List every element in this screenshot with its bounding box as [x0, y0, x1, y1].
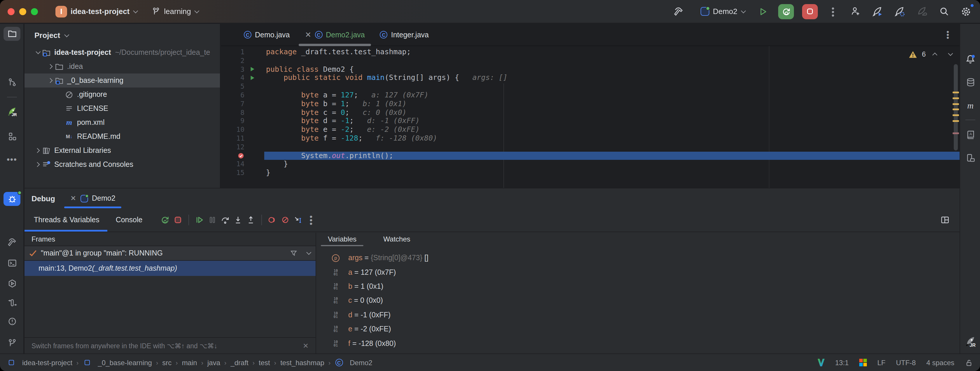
breakpoint-icon[interactable]: [221, 152, 244, 159]
chevron-right-icon[interactable]: [35, 162, 40, 167]
search-everywhere-button[interactable]: [937, 4, 951, 18]
caret-position[interactable]: 13:1: [835, 358, 849, 367]
tab-demo-java[interactable]: C Demo.java: [236, 24, 298, 46]
jrebel-remote-button[interactable]: [915, 4, 929, 18]
view-breakpoints-button[interactable]: [266, 213, 279, 226]
device-manager-button[interactable]: [963, 151, 978, 165]
code-editor[interactable]: 1package _draft.test.test_hashmap;23publ…: [221, 46, 959, 188]
inspections-widget[interactable]: 6: [909, 50, 951, 58]
variable-row-f[interactable]: 1001f = -128 (0x80): [316, 336, 959, 350]
line-separator[interactable]: LF: [877, 358, 886, 367]
close-window-button[interactable]: [8, 8, 14, 15]
project-toolwindow-button[interactable]: [3, 27, 21, 41]
rerun-debug-button[interactable]: [778, 4, 794, 19]
variable-row-b[interactable]: 1001b = 1 (0x1): [316, 279, 959, 294]
breadcrumb--0-base-learning[interactable]: _0_base-learning: [83, 358, 152, 367]
run-configuration-widget[interactable]: Demo2: [697, 5, 748, 18]
gutter[interactable]: 1: [221, 48, 264, 57]
more-toolwindows-button[interactable]: •••: [3, 152, 21, 166]
jrebel-toolwindow-button[interactable]: JR: [3, 104, 21, 118]
tree-item-pom-xml[interactable]: mpom.xml: [24, 116, 220, 129]
jrebel-debug-button[interactable]: [892, 4, 907, 18]
chevron-right-icon[interactable]: [48, 78, 53, 83]
editor-scrollbar[interactable]: [954, 64, 958, 151]
run-to-cursor-button[interactable]: [292, 213, 304, 226]
build-hammer-button[interactable]: [671, 4, 686, 18]
more-actions-button[interactable]: •••: [826, 4, 840, 18]
jrebel-run-button[interactable]: [870, 4, 885, 18]
jrebel-status-button[interactable]: JR: [963, 334, 978, 348]
step-into-button[interactable]: [232, 213, 244, 226]
gutter[interactable]: 6: [221, 91, 264, 100]
breadcrumb--draft[interactable]: _draft: [231, 358, 248, 367]
warning-stripe-mark[interactable]: [953, 97, 959, 99]
file-encoding[interactable]: UTF-8: [896, 358, 916, 367]
gutter[interactable]: 3: [221, 65, 264, 74]
prev-problem-button[interactable]: [932, 53, 937, 57]
endpoints-toolwindow-button[interactable]: [3, 296, 21, 310]
stop-button[interactable]: [802, 4, 818, 19]
breadcrumb-main[interactable]: main: [182, 358, 197, 367]
commit-toolwindow-button[interactable]: [3, 75, 21, 89]
services-toolwindow-button[interactable]: [3, 277, 21, 290]
variable-row-a[interactable]: 1001a = 127 (0x7F): [316, 265, 959, 279]
problems-toolwindow-button[interactable]: [3, 314, 21, 328]
warning-stripe-mark[interactable]: [953, 120, 959, 122]
tab-integer-java[interactable]: C Integer.java: [372, 24, 436, 46]
resume-button[interactable]: [193, 213, 206, 226]
close-icon[interactable]: ✕: [70, 194, 76, 202]
project-panel-header[interactable]: Project: [24, 24, 220, 46]
maven-button[interactable]: m: [963, 99, 978, 113]
tree-item-idea-test-project[interactable]: idea-test-project~/Documents/project_ide…: [24, 46, 220, 59]
vcs-branch-widget[interactable]: learning: [148, 5, 202, 18]
variable-row-c[interactable]: 1001c = 0 (0x0): [316, 293, 959, 308]
gutter[interactable]: [221, 151, 264, 160]
lock-open-icon[interactable]: [965, 358, 973, 367]
tree-item-license[interactable]: LICENSE: [24, 102, 220, 116]
variable-row-d[interactable]: 1001d = -1 (0xFF): [316, 308, 959, 322]
gutter[interactable]: 2: [221, 57, 264, 65]
run-gutter-icon[interactable]: [244, 66, 259, 73]
breadcrumb-idea-test-project[interactable]: idea-test-project: [7, 358, 72, 367]
thread-selector[interactable]: "main"@1 in group "main": RUNNING: [24, 245, 316, 261]
gutter[interactable]: 15: [221, 169, 264, 177]
gutter[interactable]: 12: [221, 143, 264, 152]
dictionary-button[interactable]: A: [963, 128, 978, 142]
gutter[interactable]: 4: [221, 74, 264, 83]
settings-button[interactable]: [959, 4, 973, 18]
pause-button[interactable]: [206, 213, 219, 226]
run-gutter-icon[interactable]: [244, 75, 259, 81]
tree-item-readme-md[interactable]: M↓README.md: [24, 129, 220, 143]
code-with-me-button[interactable]: [848, 4, 862, 18]
tree-item--gitignore[interactable]: .gitignore: [24, 88, 220, 102]
rerun-debug-button[interactable]: [159, 213, 172, 226]
gutter[interactable]: 10: [221, 126, 264, 134]
tab-threads-variables[interactable]: Threads & Variables: [34, 208, 99, 232]
filter-icon[interactable]: [290, 249, 298, 257]
stop-button[interactable]: [172, 213, 185, 226]
structure-toolwindow-button[interactable]: [3, 129, 21, 143]
tree-item--idea[interactable]: .idea: [24, 59, 220, 73]
tab-variables[interactable]: Variables: [328, 233, 356, 248]
tree-item-external-libraries[interactable]: External Libraries: [24, 143, 220, 158]
ms-plugin-icon[interactable]: [859, 359, 867, 366]
gutter[interactable]: 8: [221, 108, 264, 117]
warning-stripe-mark[interactable]: [953, 103, 959, 105]
editor-options-button[interactable]: •••: [947, 30, 949, 39]
error-stripe-mark[interactable]: [953, 132, 959, 134]
gutter[interactable]: 7: [221, 100, 264, 108]
build-toolwindow-button[interactable]: [3, 235, 21, 249]
terminal-toolwindow-button[interactable]: [3, 256, 21, 270]
tree-item-scratches-and-consoles[interactable]: Scratches and Consoles: [24, 158, 220, 172]
tab-demo2-java[interactable]: ✕ C Demo2.java: [298, 24, 372, 46]
indent-setting[interactable]: 4 spaces: [926, 358, 955, 367]
minimize-window-button[interactable]: [19, 8, 26, 15]
close-icon[interactable]: ✕: [305, 30, 312, 39]
breadcrumb-test[interactable]: test: [259, 358, 270, 367]
step-over-button[interactable]: [219, 213, 232, 226]
gutter[interactable]: 9: [221, 117, 264, 126]
run-button[interactable]: [756, 4, 770, 18]
vcs-toolwindow-button[interactable]: [3, 336, 21, 350]
project-widget[interactable]: I idea-test-project: [52, 4, 140, 19]
stack-frame-row[interactable]: main:13, Demo2 (_draft.test.test_hashmap…: [24, 261, 316, 276]
